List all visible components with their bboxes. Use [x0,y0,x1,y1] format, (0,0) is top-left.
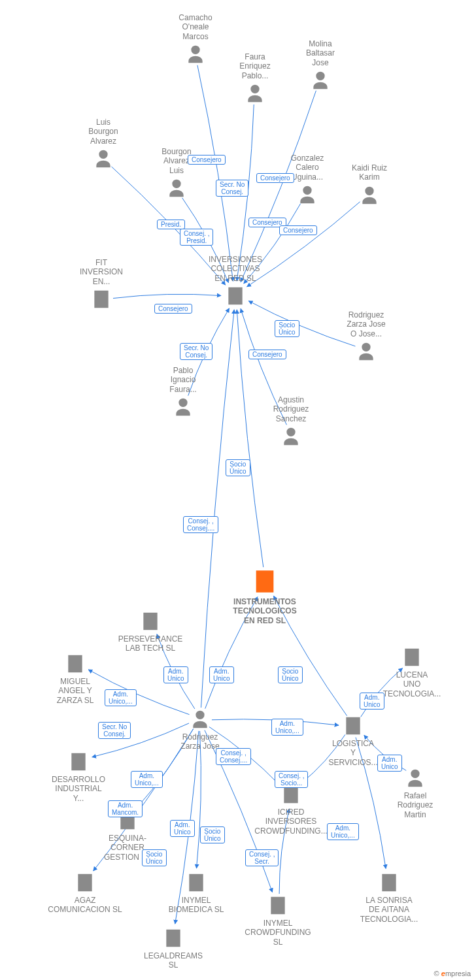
node-label: PabloIgnacioFaura... [150,366,216,394]
node-inymel_bio[interactable]: INYMELBIOMEDICA SL [154,872,239,915]
node-kaidi[interactable]: Kaidi RuizKarim [337,163,402,206]
edge-label: Consej. ,Presid. [180,229,213,246]
node-agustin[interactable]: AgustinRodriguezSanchez [255,395,327,447]
node-label: INVERSIONESCOLECTIVASEN RED SL [193,255,278,283]
edge-label: SocioÚnico [278,666,303,683]
edge-label: Consejero [248,350,286,359]
edge-label: Consej. ,Consej.... [216,748,251,765]
edge-label: Consej. ,Secr. [245,849,279,866]
node-icr[interactable]: INVERSIONESCOLECTIVASEN RED SL [193,255,278,306]
edge-label: Presid. [157,220,185,229]
node-label: ICIREDINVERSORESCROWDFUNDING... [242,808,340,836]
edge-label: Consejero [279,225,317,235]
edge-label: SocioÚnico [200,826,225,843]
node-label: LuisBourgonAlvarez [71,118,136,146]
edge-label: Adm.Unico [163,666,188,683]
edge-label: Secr. NoConsej. [180,343,212,360]
node-label: DESARROLLOINDUSTRIALY... [36,775,121,803]
node-rod_zarza_o[interactable]: RodriguezZarza JoseO Jose... [327,310,405,362]
edge-label: Consej. ,Socio... [275,771,308,788]
node-label: Kaidi RuizKarim [337,163,402,182]
node-label: MolinaBaltasarJose [288,39,353,67]
node-molina[interactable]: MolinaBaltasarJose [288,39,353,91]
edge-label: Adm.Mancom. [108,800,143,817]
node-label: RafaelRodriguezMartin [379,791,451,819]
edge-label: Adm.Unico [170,820,195,837]
edge-label: Adm.Unico [377,755,402,772]
edge-label: SocioÚnico [275,320,299,337]
node-perseverance[interactable]: PERSEVERANCELAB TECH SL [105,611,196,653]
edge-label: Secr. NoConsej. [98,722,131,739]
node-label: LEGALDREAMSSL [131,951,216,970]
node-label: INYMELCROWDFUNDINGSL [232,919,324,947]
edge-label: Adm.Unico,... [271,719,303,736]
node-label: INYMELBIOMEDICA SL [154,896,239,915]
edge-label: Adm.Unico [360,693,384,710]
node-label: MIGUELANGEL YZARZA SL [39,677,111,705]
diagram-stage: CamachoO'nealeMarcosFauraEnriquezPablo..… [0,0,476,980]
node-desarrollo[interactable]: DESARROLLOINDUSTRIALY... [36,751,121,803]
node-faura_e[interactable]: FauraEnriquezPablo... [222,52,288,104]
node-icired[interactable]: ICIREDINVERSORESCROWDFUNDING... [242,784,340,836]
node-pablo_i[interactable]: PabloIgnacioFaura... [150,366,216,417]
edge-label: Adm.Unico,... [327,823,359,840]
edge-label: Consejero [256,173,294,183]
node-miguel[interactable]: MIGUELANGEL YZARZA SL [39,653,111,705]
node-label: RodriguezZarza JoseO Jose... [327,310,405,338]
node-label: AgustinRodriguezSanchez [255,395,327,423]
node-lucena[interactable]: LUCENAUNOTECNOLOGIA... [369,647,454,698]
edge-label: Consejero [188,155,226,165]
node-camacho[interactable]: CamachoO'nealeMarcos [163,13,228,65]
edge-label: Consejero [154,304,192,314]
credit: © empresia [434,970,471,977]
edge-label: SocioÚnico [226,459,250,476]
node-rod_zarza[interactable]: RodriguezZarza Jose [161,709,239,751]
edge-label: Adm.Unico,... [105,689,137,706]
node-agaz[interactable]: AGAZCOMUNICACION SL [36,872,134,915]
node-inymel_cf[interactable]: INYMELCROWDFUNDINGSL [232,895,324,947]
node-la_sonrisa[interactable]: LA SONRISADE AITANATECNOLOGIA... [343,872,435,924]
edge-label: SocioÚnico [142,849,167,866]
node-fit[interactable]: FITINVERSIONEN... [65,258,137,310]
edge-label: Consej. ,Consej.... [183,516,218,533]
node-label: FauraEnriquezPablo... [222,52,288,80]
edge-label: Adm.Unico [209,666,234,683]
node-label: AGAZCOMUNICACION SL [36,896,134,915]
node-itr[interactable]: INSTRUMENTOSTECNOLOGICOSEN RED SL [216,568,314,625]
node-label: FITINVERSIONEN... [65,258,137,286]
node-legaldreams[interactable]: LEGALDREAMSSL [131,928,216,970]
edge-label: Secr. NoConsej. [216,180,248,197]
node-label: LA SONRISADE AITANATECNOLOGIA... [343,896,435,924]
node-rafael[interactable]: RafaelRodriguezMartin [379,768,451,819]
node-label: CamachoO'nealeMarcos [163,13,228,41]
edge-label: Adm.Unico,... [131,771,163,788]
node-luis_b[interactable]: LuisBourgonAlvarez [71,118,136,169]
node-label: INSTRUMENTOSTECNOLOGICOSEN RED SL [216,597,314,625]
node-label: PERSEVERANCELAB TECH SL [105,634,196,653]
